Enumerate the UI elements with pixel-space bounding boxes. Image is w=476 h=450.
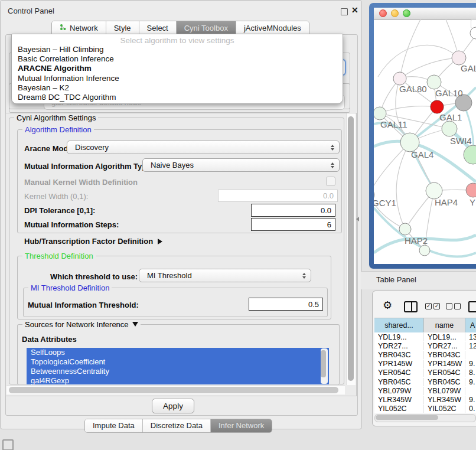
- dropdown-item[interactable]: Bayesian – K2: [12, 83, 343, 93]
- network-node[interactable]: [464, 145, 476, 164]
- node-label: HAP2: [405, 236, 428, 246]
- bottom-tabs: Impute DataDiscretize DataInfer Network: [84, 419, 272, 433]
- vertical-scrollbar-thumb[interactable]: [348, 116, 354, 381]
- spinner-arrows-icon: [331, 145, 334, 151]
- attribute-list-item[interactable]: BetweennessCentrality: [27, 367, 329, 376]
- network-node-gal10[interactable]: [427, 75, 441, 89]
- horizontal-scrollbar[interactable]: [6, 385, 345, 394]
- kernel-width-field[interactable]: 0.0: [218, 190, 338, 202]
- mi-type-label: Mutual Information Algorithm Type:: [24, 162, 154, 171]
- network-node-y[interactable]: [466, 183, 476, 197]
- collapsed-arrow-icon: [158, 239, 162, 244]
- node-label: GAL10: [435, 88, 463, 98]
- column-layout-icon[interactable]: [404, 301, 418, 312]
- table-row[interactable]: YER054CYER054C8.: [374, 369, 476, 377]
- which-threshold-label: Which threshold to use:: [50, 272, 138, 281]
- close-icon[interactable]: ✕: [351, 5, 358, 15]
- table-row[interactable]: YBR045CYBR045C9.: [374, 377, 476, 386]
- network-node-hap2[interactable]: [399, 223, 411, 235]
- table-row[interactable]: YDL19...YDL19...13: [374, 332, 476, 341]
- network-canvas[interactable]: GALGAL80GAL10GAL1GAL11SWI4GAL4GCY1HAP4YH…: [374, 19, 476, 264]
- manual-kernel-checkbox[interactable]: [326, 177, 335, 186]
- dropdown-item[interactable]: Mutual Information Inference: [12, 74, 343, 83]
- column-header[interactable]: A: [465, 318, 476, 332]
- column-header[interactable]: name: [424, 318, 465, 332]
- dpi-tolerance-field[interactable]: 0.0: [251, 204, 335, 217]
- list-scrollbar[interactable]: [321, 348, 328, 384]
- manual-kernel-label: Manual Kernel Width Definition: [24, 178, 138, 187]
- apply-button[interactable]: Apply: [152, 399, 194, 413]
- table-horizontal-scrollbar-thumb[interactable]: [376, 415, 438, 420]
- network-window-titlebar[interactable]: [374, 8, 476, 20]
- table-panel-title: Table Panel: [376, 275, 416, 284]
- data-attributes-list[interactable]: SelfLoopsTopologicalCoefficientBetweenne…: [27, 348, 329, 384]
- kernel-width-label: Kernel Width (0,1):: [24, 192, 88, 201]
- network-node-gal80[interactable]: [393, 72, 406, 85]
- table-function-icon[interactable]: [468, 301, 476, 312]
- attribute-list-item[interactable]: TopologicalCoefficient: [27, 357, 329, 367]
- node-label: GCY1: [374, 198, 396, 208]
- threshold-definition-title: Threshold Definition: [22, 252, 96, 260]
- network-node-swi4[interactable]: [442, 121, 457, 136]
- algorithm-dropdown-popup: Select algorithm to view settings Bayesi…: [11, 34, 343, 104]
- deselect-all-checkboxes-icon[interactable]: [446, 303, 461, 309]
- attribute-list-item[interactable]: gal4RGexp: [27, 376, 329, 384]
- dropdown-item-list: Bayesian – Hill ClimbingBasic Correlatio…: [12, 45, 343, 102]
- float-window-icon[interactable]: [341, 8, 348, 15]
- node-label: Y: [470, 197, 475, 207]
- dropdown-item[interactable]: Basic Correlation Inference: [12, 54, 343, 64]
- table-row[interactable]: YLR345WYLR345W9.: [374, 395, 476, 404]
- expanded-arrow-icon: [132, 322, 138, 327]
- tab-infer-network[interactable]: Infer Network: [211, 419, 272, 432]
- application-root: Control Panel ✕ NetworkStyleSelectCyni T…: [0, 0, 476, 450]
- table-row[interactable]: YIL052CYIL052C0.: [374, 405, 476, 413]
- node-label: GAL11: [380, 119, 407, 129]
- algorithm-definition-title: Algorithm Definition: [22, 125, 94, 134]
- spinner-arrows-icon: [302, 273, 306, 279]
- mi-type-combobox[interactable]: Naive Bayes: [142, 158, 340, 172]
- vertical-scrollbar[interactable]: [346, 113, 356, 385]
- hub-definition-toggle[interactable]: Hub/Transcription Factor Definition: [24, 237, 162, 246]
- control-panel-title: Control Panel: [8, 6, 54, 15]
- table-row[interactable]: YBL079WYBL079W: [374, 386, 476, 395]
- dpi-tolerance-label: DPI Tolerance [0,1]:: [24, 206, 95, 215]
- network-node-hap4[interactable]: [426, 182, 442, 199]
- tab-impute-data[interactable]: Impute Data: [85, 419, 143, 432]
- aracne-mode-combobox[interactable]: Discovery: [67, 141, 340, 154]
- tab-discretize-data[interactable]: Discretize Data: [143, 419, 211, 432]
- network-node-gal11[interactable]: [374, 107, 386, 120]
- column-header[interactable]: shared...: [374, 318, 424, 332]
- attribute-list-item[interactable]: SelfLoops: [27, 348, 329, 357]
- control-panel-window: Control Panel ✕ NetworkStyleSelectCyni T…: [0, 0, 362, 429]
- close-traffic-light-icon[interactable]: [379, 9, 387, 17]
- network-node-gal1[interactable]: [431, 100, 444, 113]
- panel-divider-handle-icon[interactable]: [356, 217, 359, 221]
- dropdown-item[interactable]: Bayesian – Hill Climbing: [12, 45, 343, 54]
- table-row[interactable]: YDR27...YDR27...12: [374, 341, 476, 350]
- which-threshold-combobox[interactable]: MI Threshold: [139, 269, 311, 282]
- network-node[interactable]: [470, 27, 476, 39]
- table-header: shared...nameA: [374, 318, 476, 333]
- dropdown-item[interactable]: Dream8 DC_TDC Algorithm: [12, 93, 343, 102]
- node-label: GAL80: [399, 84, 427, 94]
- gear-icon[interactable]: ⚙: [383, 300, 392, 311]
- zoom-traffic-light-icon[interactable]: [403, 9, 410, 17]
- select-all-checkboxes-icon[interactable]: ✓✓: [425, 303, 440, 309]
- table-row[interactable]: YBR043CYBR043C: [374, 350, 476, 359]
- table-row[interactable]: YPR145WYPR145W9.: [374, 360, 476, 369]
- network-node[interactable]: [419, 245, 430, 256]
- mi-steps-field[interactable]: 6: [251, 218, 335, 231]
- dropdown-item[interactable]: ARACNE Algorithm: [12, 64, 343, 73]
- data-attributes-label: Data Attributes: [22, 335, 77, 344]
- spinner-arrows-icon: [331, 162, 334, 168]
- node-label: GAL4: [411, 149, 433, 159]
- table-body: YDL19...YDL19...13YDR27...YDR27...12YBR0…: [374, 332, 476, 413]
- mi-threshold-label: Mutual Information Threshold:: [28, 301, 139, 309]
- mi-steps-label: Mutual Information Steps:: [24, 220, 119, 229]
- node-label: HAP4: [435, 197, 458, 207]
- mi-threshold-field[interactable]: 0.5: [249, 298, 323, 311]
- sources-group-title[interactable]: Sources for Network Inference: [22, 320, 141, 329]
- minimize-traffic-light-icon[interactable]: [391, 9, 399, 17]
- horizontal-scrollbar-thumb[interactable]: [9, 387, 338, 393]
- minimized-panel-icon[interactable]: [2, 439, 14, 450]
